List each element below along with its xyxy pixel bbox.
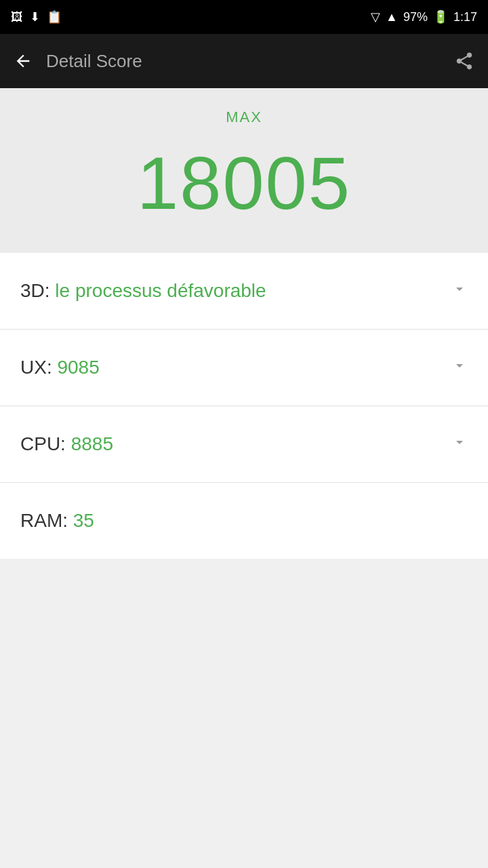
chevron-down-icon: [451, 357, 468, 378]
app-bar: Detail Score: [0, 34, 488, 88]
share-button[interactable]: [454, 51, 474, 71]
ux-prefix: UX:: [20, 357, 57, 378]
score-item-ram[interactable]: RAM: 35: [0, 483, 488, 559]
score-item-ux-label: UX: 9085: [20, 357, 100, 378]
status-bar: 🖼 ⬇ 📋 ▽ ▲ 97% 🔋 1:17: [0, 0, 488, 34]
signal-icon: ▲: [386, 10, 398, 24]
battery-percent: 97%: [403, 10, 428, 24]
score-item-ux[interactable]: UX: 9085: [0, 330, 488, 406]
3d-value: le processus défavorable: [55, 280, 266, 301]
score-item-ram-label: RAM: 35: [20, 510, 94, 532]
time-display: 1:17: [453, 10, 477, 24]
3d-prefix: 3D:: [20, 280, 55, 301]
ram-prefix: RAM:: [20, 510, 73, 531]
status-bar-left: 🖼 ⬇ 📋: [11, 9, 62, 24]
score-section: MAX 18005: [0, 88, 488, 253]
image-icon: 🖼: [11, 10, 23, 24]
download-icon: ⬇: [30, 9, 40, 24]
score-item-3d[interactable]: 3D: le processus défavorable: [0, 253, 488, 330]
status-bar-right: ▽ ▲ 97% 🔋 1:17: [371, 9, 477, 24]
page-title: Detail Score: [46, 51, 454, 72]
battery-icon: 🔋: [433, 9, 448, 24]
max-label: MAX: [226, 108, 262, 126]
cpu-value: 8885: [71, 433, 113, 454]
max-score: 18005: [137, 140, 351, 226]
ux-value: 9085: [57, 357, 99, 378]
wifi-icon: ▽: [371, 9, 380, 24]
score-item-cpu[interactable]: CPU: 8885: [0, 406, 488, 483]
chevron-down-icon: [451, 434, 468, 454]
score-item-cpu-label: CPU: 8885: [20, 433, 113, 455]
back-button[interactable]: [14, 52, 33, 71]
cpu-prefix: CPU:: [20, 433, 71, 454]
score-list: 3D: le processus défavorable UX: 9085 CP…: [0, 253, 488, 559]
score-item-3d-label: 3D: le processus défavorable: [20, 280, 266, 302]
clipboard-icon: 📋: [47, 9, 62, 24]
chevron-down-icon: [451, 281, 468, 301]
ram-value: 35: [73, 510, 94, 531]
